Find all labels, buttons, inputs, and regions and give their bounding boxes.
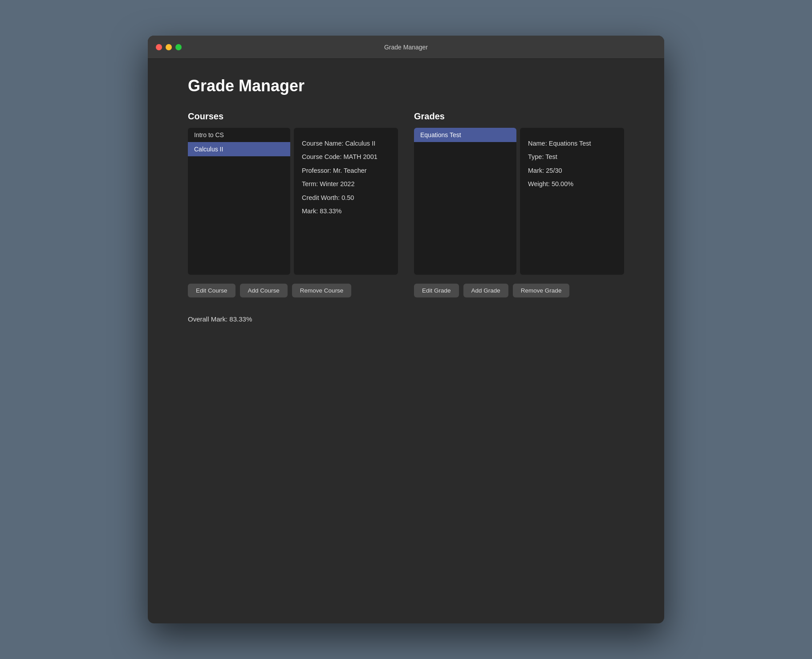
courses-section-title: Courses xyxy=(188,111,398,122)
list-item[interactable]: Equations Test xyxy=(414,128,516,142)
grade-detail-panel: Name: Equations Test Type: Test Mark: 25… xyxy=(520,128,624,275)
courses-section: Courses Intro to CS Calculus II Course N… xyxy=(188,111,398,297)
remove-course-button[interactable]: Remove Course xyxy=(292,284,352,297)
window-controls xyxy=(156,44,182,50)
overall-mark: Overall Mark: 83.33% xyxy=(188,315,624,323)
course-code: Course Code: MATH 2001 xyxy=(302,150,390,163)
add-course-button[interactable]: Add Course xyxy=(240,284,288,297)
maximize-button[interactable] xyxy=(175,44,182,50)
grade-weight: Weight: 50.00% xyxy=(528,177,616,191)
close-button[interactable] xyxy=(156,44,162,50)
titlebar: Grade Manager xyxy=(148,36,664,59)
grades-section: Grades Equations Test Name: Equations Te… xyxy=(414,111,624,297)
courses-panels: Intro to CS Calculus II Course Name: Cal… xyxy=(188,128,398,275)
add-grade-button[interactable]: Add Grade xyxy=(463,284,508,297)
edit-grade-button[interactable]: Edit Grade xyxy=(414,284,459,297)
grade-type: Type: Test xyxy=(528,150,616,163)
credit-worth: Credit Worth: 0.50 xyxy=(302,191,390,204)
grades-list: Equations Test xyxy=(414,128,516,275)
course-detail-panel: Course Name: Calculus II Course Code: MA… xyxy=(294,128,398,275)
professor: Professor: Mr. Teacher xyxy=(302,164,390,177)
grades-panels: Equations Test Name: Equations Test Type… xyxy=(414,128,624,275)
courses-list: Intro to CS Calculus II xyxy=(188,128,290,275)
main-layout: Courses Intro to CS Calculus II Course N… xyxy=(188,111,624,297)
grade-name: Name: Equations Test xyxy=(528,137,616,150)
minimize-button[interactable] xyxy=(166,44,172,50)
course-mark: Mark: 83.33% xyxy=(302,204,390,218)
list-item[interactable]: Calculus II xyxy=(188,142,290,156)
grade-button-row: Edit Grade Add Grade Remove Grade xyxy=(414,284,624,297)
remove-grade-button[interactable]: Remove Grade xyxy=(513,284,570,297)
list-item[interactable]: Intro to CS xyxy=(188,128,290,142)
app-window: Grade Manager Grade Manager Courses Intr… xyxy=(148,36,664,623)
grades-section-title: Grades xyxy=(414,111,624,122)
term: Term: Winter 2022 xyxy=(302,177,390,191)
window-title: Grade Manager xyxy=(384,44,428,51)
main-content: Grade Manager Courses Intro to CS Calcul… xyxy=(148,59,664,623)
course-button-row: Edit Course Add Course Remove Course xyxy=(188,284,398,297)
edit-course-button[interactable]: Edit Course xyxy=(188,284,235,297)
grade-mark: Mark: 25/30 xyxy=(528,164,616,177)
course-name: Course Name: Calculus II xyxy=(302,137,390,150)
app-title: Grade Manager xyxy=(188,77,624,95)
